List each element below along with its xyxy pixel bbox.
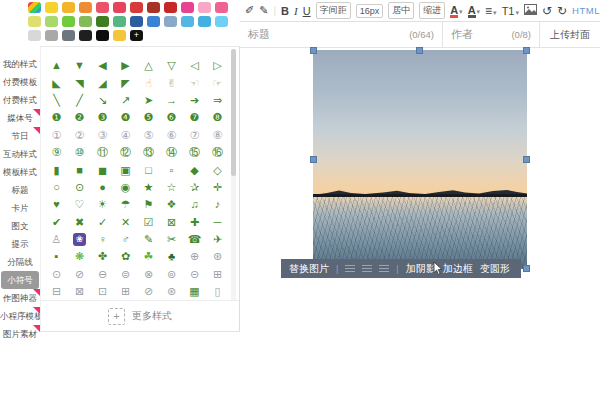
style-symbol-icon[interactable]: ◇ [206,161,229,178]
color-swatch[interactable] [45,2,58,13]
color-swatch[interactable] [96,2,109,13]
style-symbol-icon[interactable]: ▶ [114,57,137,74]
sidebar-item[interactable]: 小符号 [1,271,39,289]
style-symbol-icon[interactable]: ⊙ [68,179,91,196]
style-symbol-icon[interactable]: → [160,92,183,109]
resize-handle-mid-left[interactable] [310,156,317,163]
style-symbol-icon[interactable]: ⑩ [68,144,91,161]
highlight-color-button[interactable]: A▾ [468,4,480,18]
style-symbol-icon[interactable]: ⑭ [160,144,183,161]
align-right-icon[interactable] [379,265,389,272]
style-symbol-icon[interactable]: ─ [206,214,229,231]
color-swatch[interactable] [198,16,211,27]
style-symbol-icon[interactable]: ① [45,127,68,144]
style-symbol-icon[interactable]: ♀ [91,231,114,248]
make-round-button[interactable]: 变圆形 [480,262,510,276]
style-symbol-icon[interactable]: ✓ [91,214,114,231]
inserted-photo[interactable] [313,50,527,269]
style-symbol-icon[interactable]: ↘ [91,92,114,109]
style-symbol-icon[interactable]: ⊘ [68,266,91,283]
style-symbol-icon[interactable]: ↗ [114,92,137,109]
style-symbol-icon[interactable]: ☀ [91,196,114,213]
color-swatch[interactable] [113,16,126,27]
style-symbol-icon[interactable]: ✰ [183,179,206,196]
font-color-button[interactable]: A▾ [450,4,462,18]
style-symbol-icon[interactable]: ❽ [206,109,229,126]
color-swatch[interactable] [164,2,177,13]
style-symbol-icon[interactable]: ▲ [45,57,68,74]
style-symbol-icon[interactable]: ❸ [91,109,114,126]
style-symbol-icon[interactable]: ☆ [160,179,183,196]
style-symbol-icon[interactable]: ✈ [206,231,229,248]
title-input[interactable]: 标题 (0/64) [240,22,443,47]
redo-button[interactable]: ↻ [557,4,567,18]
style-symbol-icon[interactable]: ➔ [183,92,206,109]
style-symbol-icon[interactable]: ⊕ [183,248,206,265]
color-swatch[interactable] [62,2,75,13]
align-center-button[interactable]: 居中 [388,2,414,19]
style-symbol-icon[interactable]: ⑦ [183,127,206,144]
style-symbol-icon[interactable]: ② [68,127,91,144]
style-symbol-icon[interactable]: ❶ [45,109,68,126]
sidebar-item[interactable]: 互动样式 [0,145,40,163]
html-mode-button[interactable]: HTML [572,5,600,16]
color-swatch[interactable] [62,30,75,41]
resize-handle-top-right[interactable] [523,47,530,54]
style-symbol-icon[interactable]: ◤ [114,74,137,91]
style-symbol-icon[interactable]: ♡ [68,196,91,213]
sidebar-item[interactable]: 分隔线 [0,253,40,271]
style-symbol-icon[interactable]: ⑨ [45,144,68,161]
color-swatch[interactable] [113,2,126,13]
color-swatch[interactable] [130,2,143,13]
style-symbol-icon[interactable]: ③ [91,127,114,144]
style-symbol-icon[interactable]: ⊝ [183,266,206,283]
style-symbol-icon[interactable]: ✔ [45,214,68,231]
style-symbol-icon[interactable]: △ [137,57,160,74]
sidebar-item[interactable]: 作图神器 [0,289,40,307]
pencil-icon[interactable]: ✎ [259,4,268,17]
style-symbol-icon[interactable]: ▣ [114,161,137,178]
style-symbol-icon[interactable]: ❻ [160,109,183,126]
style-symbol-icon[interactable]: ★ [137,179,160,196]
multicolor-swatch[interactable] [28,2,41,13]
style-symbol-icon[interactable]: ╲ [45,92,68,109]
style-symbol-icon[interactable]: ✌ [160,74,183,91]
resize-handle-mid-right[interactable] [523,156,530,163]
style-symbol-icon[interactable]: ⑬ [137,144,160,161]
style-symbol-icon[interactable]: ■ [68,161,91,178]
style-symbol-icon[interactable]: ⊜ [114,266,137,283]
color-swatch[interactable] [113,30,126,41]
color-swatch[interactable] [181,16,194,27]
style-symbol-icon[interactable]: ⊠ [160,214,183,231]
style-symbol-icon[interactable]: ☂ [114,196,137,213]
align-center-icon[interactable] [362,265,372,272]
color-swatch[interactable] [28,30,41,41]
style-symbol-icon[interactable]: ⑤ [137,127,160,144]
list-button[interactable]: ≡▾ [485,4,497,18]
add-border-button[interactable]: 加边框 [443,262,473,276]
color-swatch[interactable] [79,2,92,13]
indent-button[interactable]: 缩进 [419,2,445,19]
style-symbol-icon[interactable]: ▪ [45,248,68,265]
color-swatch[interactable] [147,16,160,27]
resize-handle-top-mid[interactable] [416,47,423,54]
style-symbol-icon[interactable]: ✖ [68,214,91,231]
add-color-swatch[interactable]: + [130,30,143,41]
color-swatch[interactable] [181,2,194,13]
style-symbol-icon[interactable]: ☜ [183,74,206,91]
style-symbol-icon[interactable]: □ [137,161,160,178]
style-symbol-icon[interactable]: ❀ [73,233,86,246]
style-symbol-icon[interactable]: ▯ [206,283,229,300]
style-symbol-icon[interactable]: ╱ [68,92,91,109]
color-swatch[interactable] [28,16,41,27]
italic-button[interactable]: I [294,5,298,17]
sidebar-item[interactable]: 付费样式 [0,91,40,109]
color-swatch[interactable] [96,30,109,41]
color-swatch[interactable] [96,16,109,27]
style-symbol-icon[interactable]: ▽ [160,57,183,74]
style-symbol-icon[interactable]: ▦ [183,283,206,300]
style-symbol-icon[interactable]: ✤ [91,248,114,265]
style-symbol-icon[interactable]: ◢ [91,74,114,91]
upload-cover-button[interactable]: 上传封面 [540,22,600,47]
color-swatch[interactable] [62,16,75,27]
